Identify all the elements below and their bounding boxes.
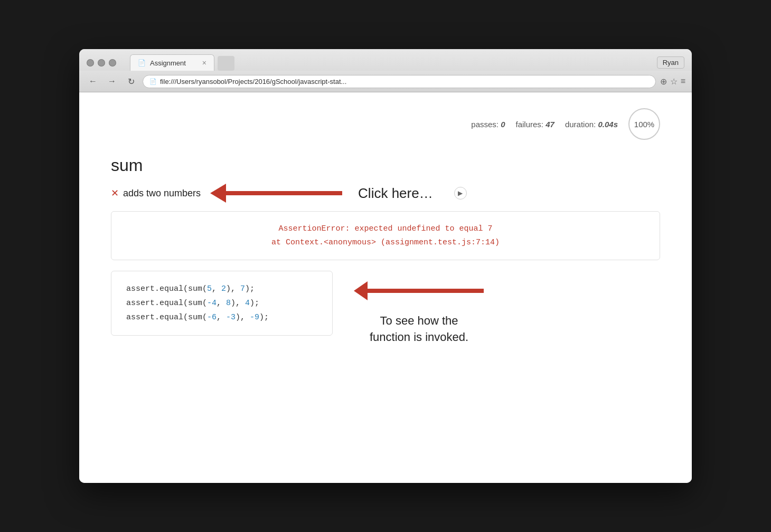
failures-stat: failures: 47 [516, 120, 554, 129]
code-prefix-2: assert.equal(sum( [126, 299, 207, 308]
stats-bar: passes: 0 failures: 47 duration: 0.04s 1… [111, 108, 660, 140]
address-url: file:///Users/ryansobol/Projects/2016/gS… [160, 78, 346, 86]
code-line-3: assert.equal(sum(-6, -3), -9); [126, 310, 317, 325]
test-name: adds two numbers [123, 188, 201, 199]
code-area: assert.equal(sum(5, 2), 7); assert.equal… [111, 271, 660, 346]
arrow-head-icon [210, 184, 226, 203]
code-suffix-2: ), [231, 299, 245, 308]
code-sep-1: , [212, 284, 221, 293]
passes-label: passes: [471, 120, 499, 129]
address-bar[interactable]: 📄 file:///Users/ryansobol/Projects/2016/… [143, 75, 656, 88]
code-line-1: assert.equal(sum(5, 2), 7); [126, 282, 317, 296]
forward-button[interactable]: → [105, 74, 119, 89]
title-bar: 📄 Assignment × Ryan [79, 49, 692, 71]
code-num-6: 4 [245, 299, 250, 308]
test-item-container: ✕ adds two numbers Click here… ▶ [111, 184, 660, 203]
progress-value: 100% [634, 120, 654, 129]
code-num-3: 7 [240, 284, 245, 293]
duration-label: duration: [565, 120, 596, 129]
code-prefix-1: assert.equal(sum( [126, 284, 207, 293]
back-button[interactable]: ← [86, 74, 100, 89]
maximize-dot[interactable] [109, 59, 116, 66]
browser-window: 📄 Assignment × Ryan ← → ↻ 📄 file:///User… [79, 49, 692, 483]
code-end-2: ); [250, 299, 259, 308]
arrow-shaft-2 [368, 289, 484, 293]
progress-circle: 100% [628, 108, 660, 140]
minimize-dot[interactable] [98, 59, 105, 66]
code-sep-3: , [217, 313, 226, 322]
navigation-bar: ← → ↻ 📄 file:///Users/ryansobol/Projects… [79, 71, 692, 92]
arrow-left-1 [210, 184, 342, 203]
tab-bar: 📄 Assignment × [130, 54, 652, 71]
arrow-shaft-1 [226, 191, 342, 195]
address-icon: 📄 [149, 78, 157, 85]
code-line-2: assert.equal(sum(-4, 8), 4); [126, 296, 317, 310]
passes-value: 0 [501, 120, 505, 129]
tab-close-button[interactable]: × [202, 59, 206, 67]
error-line-2: at Context.<anonymous> (assignment.test.… [124, 236, 647, 250]
active-tab[interactable]: 📄 Assignment × [130, 54, 214, 71]
code-sep-2: , [217, 299, 226, 308]
browser-chrome: 📄 Assignment × Ryan ← → ↻ 📄 file:///User… [79, 49, 692, 92]
error-box: AssertionError: expected undefined to eq… [111, 211, 660, 260]
reload-button[interactable]: ↻ [124, 74, 138, 89]
code-num-1: 5 [207, 284, 212, 293]
test-item-row: ✕ adds two numbers [111, 187, 201, 199]
code-end-3: ); [259, 313, 269, 322]
code-box: assert.equal(sum(5, 2), 7); assert.equal… [111, 271, 333, 336]
test-fail-icon: ✕ [111, 187, 119, 199]
code-num-2: 2 [221, 284, 226, 293]
user-profile-button[interactable]: Ryan [657, 56, 684, 69]
arrow-left-2 [354, 281, 484, 300]
menu-button[interactable]: ≡ [681, 77, 685, 86]
expand-icon: ▶ [458, 189, 463, 197]
new-tab-button[interactable] [218, 56, 234, 71]
passes-stat: passes: 0 [471, 120, 505, 129]
failures-value: 47 [546, 120, 554, 129]
arrow-head-2-icon [354, 281, 368, 300]
code-num-4: -4 [207, 299, 217, 308]
code-suffix-3: ), [236, 313, 250, 322]
code-suffix-1: ), [226, 284, 240, 293]
zoom-button[interactable]: ⊕ [660, 77, 667, 87]
code-annotation: To see how thefunction is invoked. [354, 271, 484, 346]
page-content: passes: 0 failures: 47 duration: 0.04s 1… [79, 92, 692, 483]
click-here-annotation: Click here… [358, 185, 433, 202]
code-end-1: ); [245, 284, 255, 293]
close-dot[interactable] [87, 59, 94, 66]
annotation-text-2: To see how thefunction is invoked. [370, 313, 468, 346]
code-num-5: 8 [226, 299, 231, 308]
failures-label: failures: [516, 120, 544, 129]
code-prefix-3: assert.equal(sum( [126, 313, 207, 322]
duration-value: 0.04s [598, 120, 618, 129]
error-line-1: AssertionError: expected undefined to eq… [124, 222, 647, 236]
tab-label: Assignment [150, 59, 186, 67]
duration-stat: duration: 0.04s [565, 120, 618, 129]
tab-icon: 📄 [138, 59, 146, 66]
code-num-9: -9 [250, 313, 259, 322]
section-title: sum [111, 156, 660, 175]
code-num-8: -3 [226, 313, 236, 322]
window-controls [87, 59, 116, 66]
bookmark-button[interactable]: ☆ [670, 77, 678, 87]
nav-actions: ⊕ ☆ ≡ [660, 77, 685, 87]
code-num-7: -6 [207, 313, 217, 322]
expand-button[interactable]: ▶ [454, 187, 467, 200]
